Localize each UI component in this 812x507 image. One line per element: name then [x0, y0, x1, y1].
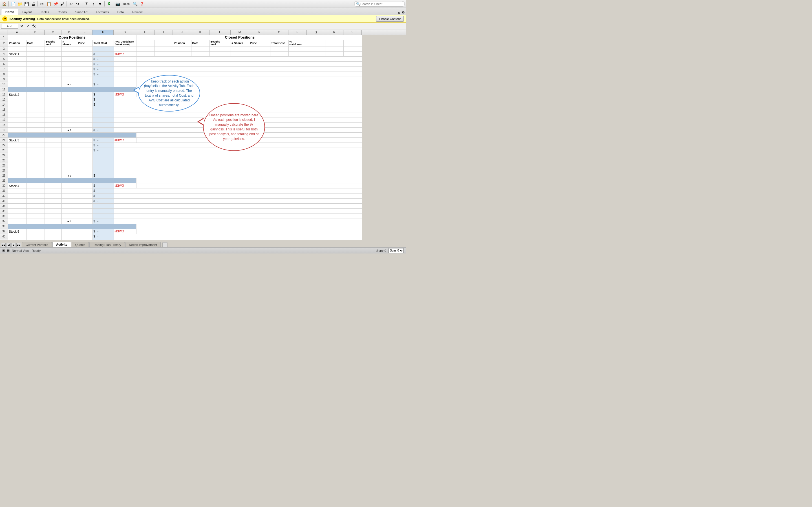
copy-icon[interactable]: 📋 [46, 1, 52, 7]
undo-icon[interactable]: ↩ [68, 1, 74, 7]
r2-h [136, 40, 154, 47]
security-bar: ⚠ Security Warning Data connections have… [0, 15, 406, 22]
cut-icon[interactable]: ✂ [39, 1, 45, 7]
col-i-header[interactable]: I [154, 30, 173, 35]
row-5: 5 $ - [0, 57, 362, 62]
r7b [26, 67, 45, 72]
h-position: Position [8, 40, 26, 47]
tab-home[interactable]: Home [1, 9, 18, 15]
formula-input[interactable] [38, 24, 405, 28]
help-icon[interactable]: ❓ [139, 1, 145, 7]
r4l [209, 52, 231, 57]
camera-icon[interactable]: 📷 [114, 1, 121, 7]
col-j-header[interactable]: J [173, 30, 191, 35]
tab-current-portfolio[interactable]: Current Portfolio [22, 242, 52, 247]
r4e [77, 52, 93, 57]
open-icon[interactable]: 📁 [17, 1, 23, 7]
print-icon[interactable]: 🖨 [30, 1, 36, 7]
nav-last[interactable]: ▶▶ [16, 243, 21, 247]
zoom-icon[interactable]: 🔍 [132, 1, 138, 7]
tab-needs-improvement[interactable]: Needs Improvement [125, 242, 161, 247]
new-icon[interactable]: 📄 [10, 1, 16, 7]
search-input[interactable] [360, 2, 397, 6]
r3e [77, 47, 93, 52]
r12c [45, 92, 61, 97]
col-p-header[interactable]: P [289, 30, 307, 35]
tab-data[interactable]: Data [113, 9, 128, 15]
r6g [114, 62, 136, 67]
nav-prev[interactable]: ◀ [6, 243, 11, 247]
row-27: 27 [0, 168, 362, 173]
r8a [8, 72, 26, 77]
r8rest [136, 72, 362, 77]
r7d [61, 67, 77, 72]
rh-6: 6 [0, 62, 8, 67]
tab-trading-plan-history[interactable]: Trading Plan History [89, 242, 124, 247]
col-h-header[interactable]: H [136, 30, 154, 35]
col-g-header[interactable]: G [114, 30, 136, 35]
cell-reference[interactable] [1, 24, 18, 29]
h-shares: #Shares [61, 40, 77, 47]
col-q-header[interactable]: Q [307, 30, 325, 35]
col-o-header[interactable]: O [270, 30, 289, 35]
bottom-area: ◀◀ ◀ ▶ ▶▶ Current Portfolio Activity Quo… [0, 240, 406, 253]
tab-quotes[interactable]: Quotes [71, 242, 89, 247]
filter-icon[interactable]: ▼ [97, 1, 103, 7]
col-e-header[interactable]: E [77, 30, 93, 35]
grid-scroll[interactable]: 1 Open Positions Closed Positions 2 Posi… [0, 35, 406, 240]
home-icon[interactable]: 🏠 [1, 1, 7, 7]
search-box[interactable]: 🔍 [354, 1, 405, 7]
confirm-formula-icon[interactable]: ✓ [26, 24, 31, 29]
ribbon-settings-icon[interactable]: ⚙ [402, 10, 405, 14]
r12rest [136, 92, 362, 97]
row-16: 16 [0, 112, 362, 117]
redo-icon[interactable]: ↪ [75, 1, 81, 7]
format-brush-icon[interactable]: 🖌 [59, 1, 65, 7]
col-l-header[interactable]: L [209, 30, 231, 35]
row-39: 39Stock 5$ -#DIV/0! [0, 229, 362, 234]
col-a-header[interactable]: A [8, 30, 26, 35]
sum-icon[interactable]: Σ [84, 1, 90, 7]
r9f [93, 77, 114, 82]
r2-i [154, 40, 173, 47]
r13c [45, 97, 61, 102]
tab-charts[interactable]: Charts [53, 9, 71, 15]
nav-first[interactable]: ◀◀ [1, 243, 6, 247]
tab-formulas[interactable]: Formulas [92, 9, 113, 15]
save-icon[interactable]: 💾 [23, 1, 30, 7]
cancel-formula-icon[interactable]: ✕ [19, 24, 24, 29]
enable-content-button[interactable]: Enable Content [376, 16, 404, 22]
row-4: 4 Stock 1 $ - #DIV/0! [0, 52, 362, 57]
col-f-header[interactable]: F [93, 30, 114, 35]
sort-icon[interactable]: ↕ [90, 1, 96, 7]
r14c [45, 102, 61, 107]
col-k-header[interactable]: K [191, 30, 209, 35]
tab-tables[interactable]: Tables [36, 9, 54, 15]
row-17: 17 [0, 117, 362, 122]
r4p [289, 52, 307, 57]
col-c-header[interactable]: C [45, 30, 61, 35]
r9e [77, 77, 93, 82]
nav-next[interactable]: ▶ [11, 243, 16, 247]
r13b [26, 97, 45, 102]
insert-formula-icon[interactable]: fx [32, 24, 36, 29]
col-r-header[interactable]: R [325, 30, 343, 35]
sum-dropdown[interactable]: Sum=0 [389, 248, 404, 253]
tab-review[interactable]: Review [128, 9, 147, 15]
excel-icon[interactable]: X [106, 1, 112, 7]
col-n-header[interactable]: N [249, 30, 270, 35]
add-sheet-button[interactable]: + [162, 242, 167, 247]
ribbon-expand-icon[interactable]: ▲ [397, 10, 401, 14]
col-b-header[interactable]: B [26, 30, 45, 35]
r3n [249, 47, 270, 52]
tab-activity[interactable]: Activity [52, 242, 71, 247]
row-34: 34 [0, 204, 362, 209]
tab-smartart[interactable]: SmartArt [71, 9, 92, 15]
r6f: $ - [93, 62, 114, 67]
rh-2: 2 [0, 40, 8, 47]
col-m-header[interactable]: M [231, 30, 249, 35]
paste-icon[interactable]: 📌 [52, 1, 59, 7]
col-s-header[interactable]: S [343, 30, 362, 35]
tab-layout[interactable]: Layout [18, 9, 36, 15]
col-d-header[interactable]: D [61, 30, 77, 35]
